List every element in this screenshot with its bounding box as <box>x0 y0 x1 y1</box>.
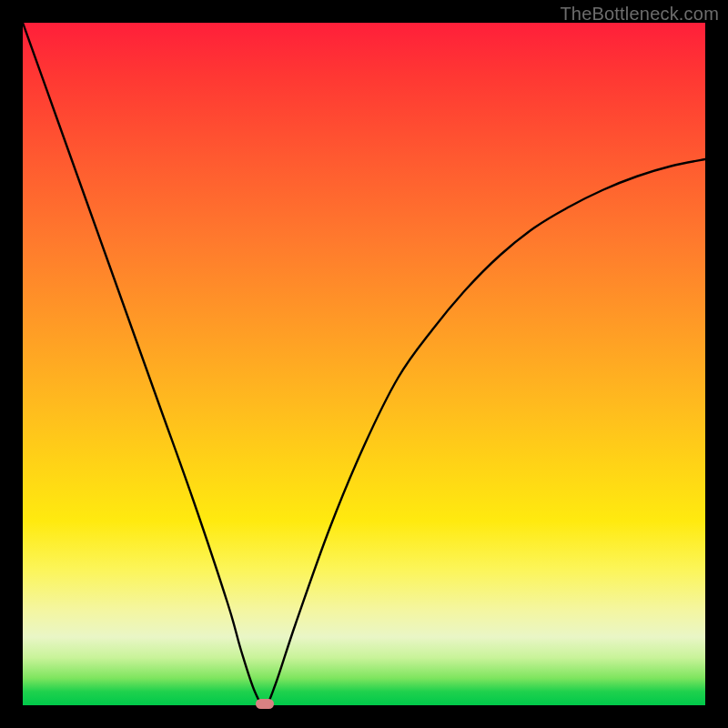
chart-frame: TheBottleneck.com <box>0 0 728 728</box>
bottleneck-curve <box>23 23 705 705</box>
watermark-text: TheBottleneck.com <box>560 4 719 25</box>
plot-area <box>23 23 705 705</box>
optimal-point-marker <box>256 699 274 709</box>
